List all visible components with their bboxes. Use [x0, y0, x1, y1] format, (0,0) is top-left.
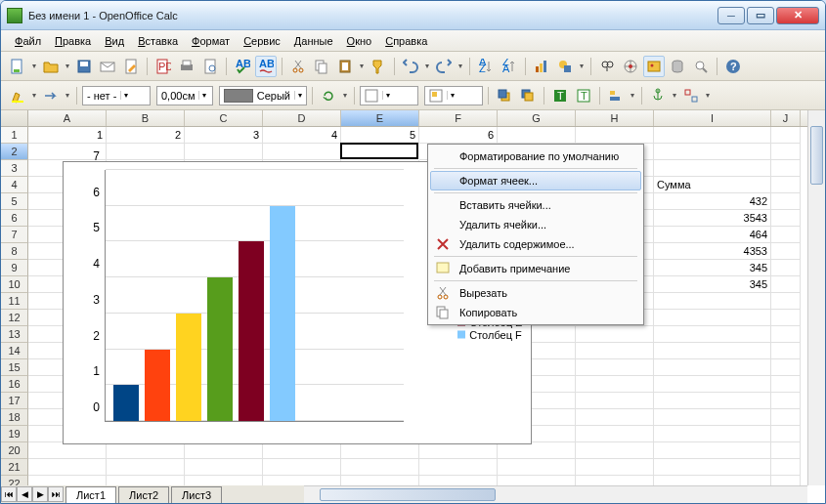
- cell[interactable]: [771, 276, 801, 293]
- cell[interactable]: 464: [654, 227, 771, 243]
- column-header[interactable]: D: [263, 110, 341, 126]
- highlight-icon[interactable]: [7, 85, 28, 106]
- cell[interactable]: [654, 144, 771, 160]
- edit-doc-icon[interactable]: [120, 56, 142, 77]
- column-header[interactable]: J: [771, 110, 801, 126]
- cell[interactable]: [341, 459, 419, 476]
- select-all-corner[interactable]: [1, 110, 28, 127]
- cell[interactable]: [771, 227, 801, 243]
- context-menu-item[interactable]: Копировать: [430, 303, 641, 322]
- menu-формат[interactable]: Формат: [186, 32, 236, 50]
- email-icon[interactable]: [97, 56, 118, 77]
- cell[interactable]: [576, 376, 654, 393]
- background-icon[interactable]: T: [573, 85, 594, 106]
- cell[interactable]: [576, 459, 654, 476]
- cell[interactable]: 5: [341, 127, 419, 144]
- format-paintbrush-icon[interactable]: [368, 56, 389, 77]
- cell[interactable]: [771, 376, 801, 393]
- cell[interactable]: [576, 343, 654, 359]
- cell[interactable]: [771, 193, 801, 210]
- cell[interactable]: 3543: [654, 210, 771, 227]
- anchor-point-icon[interactable]: [647, 85, 669, 106]
- cell[interactable]: [263, 144, 341, 160]
- line-color-combo[interactable]: Серый▾: [219, 86, 307, 105]
- anchor-combo[interactable]: ▾: [360, 86, 418, 105]
- cell[interactable]: [28, 442, 107, 459]
- cell[interactable]: [263, 442, 341, 459]
- row-header[interactable]: 15: [1, 359, 28, 376]
- cell[interactable]: [771, 210, 801, 227]
- column-header[interactable]: A: [28, 110, 107, 126]
- cell[interactable]: [654, 409, 771, 426]
- menu-вставка[interactable]: Вставка: [132, 32, 184, 50]
- cell[interactable]: 4353: [654, 243, 771, 260]
- cell[interactable]: [771, 310, 801, 326]
- cell[interactable]: [771, 326, 801, 343]
- navigator-icon[interactable]: [620, 56, 641, 77]
- row-header[interactable]: 18: [1, 409, 28, 426]
- dropdown-arrow-icon[interactable]: ▾: [629, 91, 636, 100]
- cell[interactable]: [771, 160, 801, 177]
- paste-icon[interactable]: [334, 56, 356, 77]
- cell[interactable]: [771, 393, 801, 409]
- cell[interactable]: 4: [263, 127, 341, 144]
- cut-icon[interactable]: [287, 56, 309, 77]
- cell[interactable]: [654, 310, 771, 326]
- column-header[interactable]: C: [185, 110, 263, 126]
- tab-last-button[interactable]: ⏭: [48, 486, 64, 502]
- cell[interactable]: [654, 393, 771, 409]
- row-header[interactable]: 1: [1, 127, 28, 144]
- cell[interactable]: [576, 409, 654, 426]
- cell[interactable]: [654, 426, 771, 442]
- dropdown-arrow-icon[interactable]: ▾: [671, 91, 678, 100]
- sort-desc-icon[interactable]: ZA: [499, 56, 520, 77]
- help-icon[interactable]: ?: [722, 56, 744, 77]
- tab-first-button[interactable]: ⏮: [1, 486, 17, 502]
- menu-правка[interactable]: Правка: [49, 32, 97, 50]
- sheet-tab[interactable]: Лист1: [65, 486, 116, 503]
- cell[interactable]: [771, 127, 801, 144]
- dropdown-arrow-icon[interactable]: ▾: [30, 62, 38, 70]
- new-doc-icon[interactable]: [7, 56, 28, 77]
- column-header[interactable]: H: [576, 110, 654, 126]
- cell[interactable]: [654, 160, 771, 177]
- row-header[interactable]: 21: [1, 459, 28, 476]
- sheet-tab[interactable]: Лист3: [171, 486, 222, 503]
- row-header[interactable]: 8: [1, 243, 28, 260]
- tab-next-button[interactable]: ▶: [32, 486, 48, 502]
- cell[interactable]: [654, 459, 771, 476]
- row-header[interactable]: 9: [1, 260, 28, 276]
- menu-справка[interactable]: Справка: [379, 32, 433, 50]
- row-header[interactable]: 11: [1, 293, 28, 310]
- open-icon[interactable]: [40, 56, 62, 77]
- row-header[interactable]: 3: [1, 160, 28, 177]
- cell[interactable]: [576, 442, 654, 459]
- context-menu-item[interactable]: Добавить примечание: [430, 259, 641, 278]
- cell[interactable]: 3: [185, 127, 263, 144]
- row-header[interactable]: 12: [1, 310, 28, 326]
- undo-icon[interactable]: [400, 56, 421, 77]
- minimize-button[interactable]: ─: [717, 7, 745, 24]
- cell[interactable]: [419, 442, 498, 459]
- sort-asc-icon[interactable]: AZ: [475, 56, 497, 77]
- spellcheck-icon[interactable]: ABC: [232, 56, 253, 77]
- ungroup-icon[interactable]: [680, 85, 702, 106]
- menu-вид[interactable]: Вид: [99, 32, 130, 50]
- cell[interactable]: [185, 459, 263, 476]
- datasources-icon[interactable]: [667, 56, 688, 77]
- maximize-button[interactable]: ▭: [747, 7, 774, 24]
- close-button[interactable]: ✕: [776, 7, 819, 24]
- context-menu-item[interactable]: Форматирование по умолчанию: [430, 147, 641, 166]
- cell[interactable]: [263, 459, 341, 476]
- cell[interactable]: [771, 442, 801, 459]
- print-icon[interactable]: [176, 56, 197, 77]
- cell[interactable]: [107, 144, 185, 160]
- cell[interactable]: [654, 127, 771, 144]
- column-header[interactable]: G: [498, 110, 576, 126]
- horizontal-scrollbar[interactable]: [304, 485, 807, 503]
- show-draw-icon[interactable]: [554, 56, 576, 77]
- cell[interactable]: 432: [654, 193, 771, 210]
- tab-prev-button[interactable]: ◀: [17, 486, 32, 502]
- row-header[interactable]: 19: [1, 426, 28, 442]
- cell[interactable]: [654, 376, 771, 393]
